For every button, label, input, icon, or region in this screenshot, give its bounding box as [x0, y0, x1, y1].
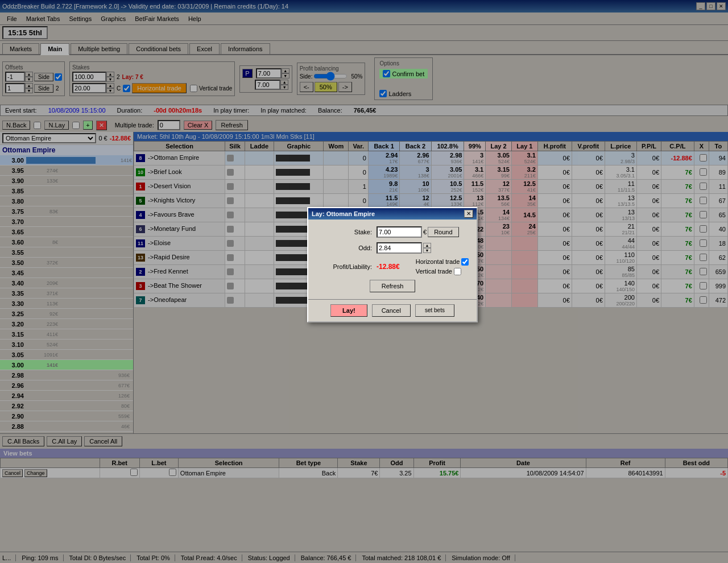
modal-odd-row: Odd: ▲ ▼ — [315, 242, 470, 254]
modal-reset-btn[interactable]: set bets — [415, 304, 454, 317]
modal-eur-symbol: € — [423, 229, 427, 235]
modal-vert-label[interactable]: Vertical trade — [416, 268, 469, 275]
modal-odd-down[interactable]: ▼ — [423, 248, 431, 253]
modal-cancel-btn[interactable]: Cancel — [372, 304, 411, 317]
modal-odd-controls: ▲ ▼ — [377, 242, 431, 254]
modal-odd-up[interactable]: ▲ — [423, 243, 431, 248]
modal-title-bar: Lay: Ottoman Empire ✕ — [308, 208, 477, 220]
modal-stake-controls: € Round — [377, 226, 459, 238]
modal-dialog: Lay: Ottoman Empire ✕ Stake: € Round Odd… — [307, 207, 478, 322]
modal-lay-btn[interactable]: Lay! — [330, 304, 367, 317]
modal-odd-label: Odd: — [315, 245, 372, 251]
modal-stake-label: Stake: — [315, 229, 372, 235]
modal-profit-row: Profit/Liability: -12.88€ Horizontal tra… — [315, 258, 470, 275]
modal-trade-checkboxes: Horizontal trade Vertical trade — [416, 258, 469, 275]
modal-vert-text: Vertical trade — [416, 268, 452, 275]
modal-footer: Lay! Cancel set bets — [308, 299, 477, 321]
modal-horiz-label[interactable]: Horizontal trade — [416, 258, 469, 266]
modal-refresh-row: Refresh — [315, 280, 470, 292]
modal-odd-input[interactable] — [377, 242, 422, 254]
modal-horiz-check[interactable] — [461, 258, 469, 266]
modal-refresh-btn[interactable]: Refresh — [370, 280, 416, 292]
modal-horiz-text: Horizontal trade — [416, 258, 460, 265]
modal-stake-row: Stake: € Round — [315, 226, 470, 238]
modal-profit-label: Profit/Liability: — [315, 263, 372, 270]
modal-overlay: Lay: Ottoman Empire ✕ Stake: € Round Odd… — [0, 0, 728, 563]
modal-round-btn[interactable]: Round — [428, 227, 458, 237]
modal-vert-check[interactable] — [454, 268, 461, 275]
modal-body: Stake: € Round Odd: ▲ ▼ Profit/L — [308, 220, 477, 299]
modal-stake-input[interactable] — [377, 226, 422, 238]
modal-title: Lay: Ottoman Empire — [312, 210, 375, 217]
modal-profit-val: -12.88€ — [377, 263, 400, 271]
modal-close-btn[interactable]: ✕ — [464, 210, 473, 218]
